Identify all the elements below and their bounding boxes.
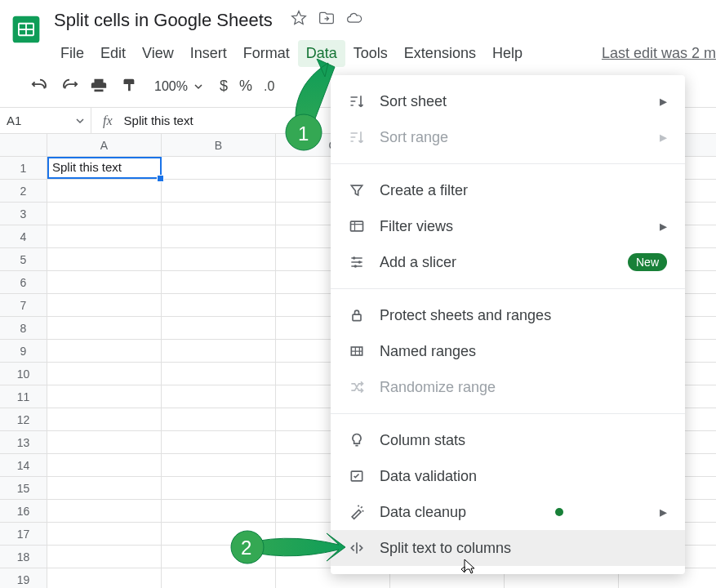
- label: Column stats: [380, 432, 465, 449]
- move-icon[interactable]: [318, 10, 335, 31]
- cell[interactable]: [162, 477, 276, 499]
- menu-tools[interactable]: Tools: [345, 40, 396, 67]
- cell[interactable]: [47, 408, 162, 430]
- cell[interactable]: [162, 157, 276, 179]
- magic-wand-icon: [349, 504, 365, 520]
- cell[interactable]: [47, 294, 162, 316]
- menu-view[interactable]: View: [134, 40, 182, 67]
- cell[interactable]: [162, 454, 276, 476]
- label: Create a filter: [380, 182, 468, 199]
- cell[interactable]: [47, 385, 162, 408]
- menu-extensions[interactable]: Extensions: [396, 40, 484, 67]
- paint-format-icon[interactable]: [119, 76, 137, 97]
- cloud-icon[interactable]: [346, 10, 362, 31]
- menu-insert[interactable]: Insert: [182, 40, 235, 67]
- menu-item-data-cleanup[interactable]: Data cleanup ▸: [331, 494, 685, 530]
- row-header[interactable]: 11: [0, 385, 47, 408]
- row-header[interactable]: 10: [0, 363, 47, 385]
- print-icon[interactable]: [90, 76, 108, 97]
- row-header[interactable]: 8: [0, 317, 47, 339]
- select-all-corner[interactable]: [0, 134, 47, 156]
- cell[interactable]: [162, 294, 276, 316]
- percent-button[interactable]: %: [239, 78, 252, 95]
- menu-help[interactable]: Help: [484, 40, 531, 67]
- name-box[interactable]: A1: [0, 108, 91, 133]
- row-header[interactable]: 18: [0, 546, 47, 568]
- cell[interactable]: [162, 500, 276, 522]
- cell[interactable]: [47, 225, 162, 247]
- new-badge: New: [628, 253, 667, 271]
- row-header[interactable]: 5: [0, 248, 47, 270]
- row-header[interactable]: 1: [0, 157, 47, 179]
- menu-item-add-slicer[interactable]: Add a slicer New: [331, 244, 685, 280]
- label: Named ranges: [380, 343, 476, 360]
- cell[interactable]: [47, 180, 162, 202]
- menu-file[interactable]: File: [52, 40, 92, 67]
- cell[interactable]: [162, 225, 276, 247]
- cell[interactable]: [162, 568, 276, 588]
- row-header[interactable]: 17: [0, 523, 47, 545]
- menu-item-data-validation[interactable]: Data validation: [331, 458, 685, 494]
- cell[interactable]: [162, 431, 276, 453]
- row-header[interactable]: 13: [0, 431, 47, 453]
- currency-button[interactable]: $: [220, 78, 228, 95]
- col-header-a[interactable]: A: [47, 134, 162, 156]
- label: Filter views: [380, 218, 453, 235]
- cell[interactable]: [47, 363, 162, 385]
- cell[interactable]: [162, 340, 276, 362]
- formula-input[interactable]: Split this text: [124, 114, 193, 127]
- sort-range-icon: [349, 129, 365, 145]
- cell[interactable]: Split this text: [47, 157, 162, 179]
- menu-item-create-filter[interactable]: Create a filter: [331, 172, 685, 208]
- row-header[interactable]: 16: [0, 500, 47, 522]
- row-header[interactable]: 3: [0, 203, 47, 225]
- cell[interactable]: [162, 408, 276, 430]
- menu-item-column-stats[interactable]: Column stats: [331, 422, 685, 458]
- row-header[interactable]: 7: [0, 294, 47, 316]
- menu-item-sort-sheet[interactable]: Sort sheet ▸: [331, 83, 685, 119]
- cell[interactable]: [47, 454, 162, 476]
- star-icon[interactable]: [291, 10, 307, 31]
- cell[interactable]: [47, 546, 162, 568]
- cell[interactable]: [47, 340, 162, 362]
- cell[interactable]: [162, 317, 276, 339]
- menu-item-protect[interactable]: Protect sheets and ranges: [331, 297, 685, 333]
- cell[interactable]: [47, 271, 162, 293]
- row-header[interactable]: 19: [0, 568, 47, 588]
- cell[interactable]: [162, 363, 276, 385]
- redo-icon[interactable]: [60, 76, 78, 97]
- undo-icon[interactable]: [31, 76, 49, 97]
- doc-title[interactable]: Split cells in Google Sheets: [54, 10, 273, 31]
- cell[interactable]: [162, 180, 276, 202]
- row-header[interactable]: 2: [0, 180, 47, 202]
- cell[interactable]: [162, 271, 276, 293]
- row-header[interactable]: 6: [0, 271, 47, 293]
- cell[interactable]: [47, 523, 162, 545]
- row-header[interactable]: 14: [0, 454, 47, 476]
- row-header[interactable]: 4: [0, 225, 47, 247]
- last-edit-link[interactable]: Last edit was 2 m: [602, 45, 716, 62]
- cell[interactable]: [162, 203, 276, 225]
- row-header[interactable]: 15: [0, 477, 47, 499]
- cell[interactable]: [47, 248, 162, 270]
- cell[interactable]: [47, 568, 162, 588]
- zoom-dropdown[interactable]: 100%: [149, 78, 208, 95]
- zoom-value: 100%: [154, 79, 188, 94]
- row-header[interactable]: 9: [0, 340, 47, 362]
- col-header-b[interactable]: B: [162, 134, 276, 156]
- cell[interactable]: [47, 203, 162, 225]
- label: Add a slicer: [380, 254, 456, 271]
- menu-item-filter-views[interactable]: Filter views ▸: [331, 208, 685, 244]
- separator: [331, 163, 685, 164]
- cell[interactable]: [47, 477, 162, 499]
- menu-item-split-text[interactable]: Split text to columns: [331, 530, 685, 566]
- menu-item-named-ranges[interactable]: Named ranges: [331, 333, 685, 369]
- cell[interactable]: [47, 317, 162, 339]
- cell[interactable]: [47, 500, 162, 522]
- cell[interactable]: [162, 248, 276, 270]
- row-header[interactable]: 12: [0, 408, 47, 430]
- menu-edit[interactable]: Edit: [92, 40, 134, 67]
- cell[interactable]: [47, 431, 162, 453]
- cell[interactable]: [162, 385, 276, 408]
- status-dot: [555, 508, 563, 516]
